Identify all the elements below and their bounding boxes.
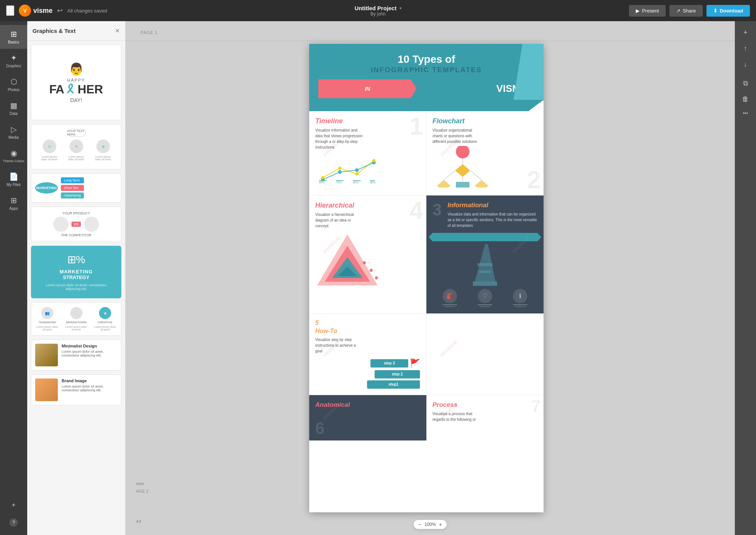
- present-icon: ▶: [636, 8, 640, 14]
- svg-marker-22: [475, 180, 488, 188]
- graphics-icon: ✦: [11, 53, 17, 62]
- photos-label: Photos: [8, 88, 19, 92]
- process-name: Process: [432, 401, 538, 409]
- node-labels-row: Lorem ipsum dolor sit amet Lorem ipsum d…: [36, 155, 116, 161]
- svg-text:80's: 80's: [353, 181, 358, 184]
- svg-text:90's: 90's: [370, 181, 375, 184]
- creative-circle: ★: [99, 307, 111, 319]
- more-options-button[interactable]: •••: [743, 110, 748, 116]
- tie-symbol: 🎗: [65, 82, 77, 96]
- visme-arrow: VISME: [318, 83, 534, 95]
- creative-label: CREATIVE: [98, 321, 112, 324]
- info-icon-1: 🎒: [443, 289, 457, 307]
- menu-button[interactable]: ☰: [6, 5, 14, 16]
- informational-cell: 3 Informational Visualize data and infor…: [426, 195, 544, 313]
- ribbon-left-notch: [429, 233, 432, 241]
- creative-node: ★ CREATIVE Lorem ipsum dolor sit amet: [94, 307, 116, 331]
- svg-rect-26: [456, 182, 469, 188]
- short-term-tag: Short Ten: [61, 185, 84, 191]
- project-dropdown-icon[interactable]: ▾: [400, 6, 401, 10]
- brainstorm-label: BRAINSTORM: [66, 321, 86, 324]
- project-title: Untitled Project: [355, 5, 397, 11]
- topbar-right: ▶ Present ↗ Share ⬇ Download: [502, 5, 750, 17]
- sidebar-item-data[interactable]: ▦ Data: [0, 96, 27, 120]
- svg-rect-39: [479, 271, 491, 273]
- download-icon: ⬇: [713, 8, 717, 14]
- minimalist-design-card[interactable]: Minimalist Design Lorem ipsum dolor sit …: [31, 340, 121, 371]
- topbar-left: ☰ V visme ↩ All changes saved: [6, 5, 254, 17]
- share-button[interactable]: ↗ Share: [669, 5, 703, 17]
- canvas-scroll[interactable]: 10 Types of INFOGRAPHIC TEMPLATES IN VIS…: [125, 21, 735, 535]
- brand-image-card[interactable]: Brand Image Lorem ipsum dolor sit amet, …: [31, 374, 121, 405]
- strategy-title: MARKETING: [39, 269, 114, 274]
- product-circle: [53, 217, 68, 232]
- vs-badge: VS: [71, 222, 81, 227]
- add-element-button[interactable]: +: [738, 25, 753, 40]
- topbar-center: Untitled Project ▾ By john: [254, 5, 502, 17]
- timeline-name: Timeline: [315, 117, 420, 125]
- your-product-label: YOUR PRODUCT: [36, 211, 116, 215]
- brand-text-area: Brand Image Lorem ipsum dolor sit amet, …: [62, 378, 117, 392]
- page-label: PAGE 1: [141, 30, 158, 35]
- info-icon-line-2: [478, 304, 492, 305]
- apps-icon: ⊞: [11, 196, 17, 205]
- anatomical-name: Anatomical: [315, 401, 420, 409]
- add-page-button[interactable]: +: [0, 497, 27, 514]
- marketing-tags: Long Term Short Ten Advertising: [61, 177, 84, 198]
- sidebar-item-my-files[interactable]: 📄 My Files: [0, 167, 27, 191]
- info-icons-row: 🎒 ♡ ℹ: [432, 289, 538, 307]
- sidebar-item-graphics[interactable]: ✦ Graphics: [0, 49, 27, 73]
- undo-button[interactable]: ↩: [57, 6, 63, 15]
- svg-point-6: [355, 168, 359, 172]
- row-4: 6 Anatomical PREMIUM 7 Process Visualize…: [309, 395, 544, 440]
- zoom-out-button[interactable]: −: [418, 521, 421, 527]
- minimalist-text-area: Minimalist Design Lorem ipsum dolor sit …: [62, 344, 117, 357]
- sidebar-item-basics[interactable]: ⊞ Basics: [0, 25, 27, 49]
- howto-cell: 5 How-To Visualize step by step instruct…: [309, 313, 426, 395]
- brand-desc: Lorem ipsum dolor sit amet, consectetur …: [62, 385, 117, 392]
- sidebar-help-button[interactable]: ?: [0, 514, 27, 531]
- sidebar-item-photos[interactable]: ⬡ Photos: [0, 73, 27, 96]
- infographic-header: 10 Types of INFOGRAPHIC TEMPLATES IN VIS…: [309, 44, 544, 101]
- move-down-button[interactable]: ↓: [738, 57, 753, 72]
- info-icon-2: ♡: [478, 289, 492, 307]
- copy-button[interactable]: ⧉: [738, 76, 753, 91]
- panel-close-button[interactable]: ✕: [115, 27, 120, 34]
- strategy-desc: Lorem ipsum dolor sit amet, consectetur …: [39, 283, 114, 291]
- node-icon-2: ✎: [70, 140, 83, 153]
- timeline-nodes-card[interactable]: 👥 TEAMWORK Lorem ipsum dolor sit amet BR…: [31, 302, 121, 336]
- strategy-subtitle: STRATEGY: [39, 274, 114, 280]
- competitor-card[interactable]: YOUR PRODUCT VS THE COMPETITOR: [31, 206, 121, 242]
- sidebar-item-media[interactable]: ▷ Media: [0, 120, 27, 144]
- svg-point-8: [321, 176, 324, 179]
- marketing-tags-card[interactable]: MARKETING Long Term Short Ten Advertisin…: [31, 173, 121, 203]
- eiffel-container: [432, 244, 538, 286]
- sidebar-item-theme-colors[interactable]: ◉ Theme Colors: [0, 144, 27, 167]
- data-icon: ▦: [10, 101, 17, 110]
- node-label-1: Lorem ipsum dolor sit amet: [40, 155, 59, 161]
- share-icon: ↗: [676, 8, 680, 14]
- header-accent-right: [513, 44, 544, 101]
- basics-icon: ⊞: [11, 29, 17, 39]
- download-button[interactable]: ⬇ Download: [706, 5, 750, 17]
- download-label: Download: [720, 8, 743, 14]
- node-top-row: YOUR TEXT HERE: [36, 129, 116, 136]
- timeline-number: 1: [409, 114, 423, 138]
- info-icon-line-3b: [515, 306, 525, 307]
- timeline-chart-svg: 60's 70's 80's 90's: [315, 153, 376, 187]
- delete-button[interactable]: 🗑: [738, 91, 753, 107]
- informational-content: Informational Visualize data and informa…: [448, 202, 538, 228]
- fathers-day-card[interactable]: 👨 HAPPY FA 🎗 HER DAY!: [31, 45, 121, 120]
- hierarchical-cell: Hierarchical Visualize a hierarchical di…: [309, 195, 426, 313]
- zoom-in-button[interactable]: +: [439, 521, 442, 527]
- present-button[interactable]: ▶ Present: [629, 5, 666, 17]
- strategy-icon: ⊞%: [39, 253, 114, 266]
- minimalist-desc: Lorem ipsum dolor sit amet, consectetur …: [62, 350, 117, 357]
- node-diagram-card[interactable]: YOUR TEXT HERE ⊙ ✎ ⊛ Lorem ipsum dolor s…: [31, 124, 121, 169]
- move-up-button[interactable]: ↑: [738, 41, 753, 56]
- svg-text:70's: 70's: [336, 181, 341, 184]
- svg-point-10: [355, 172, 358, 175]
- marketing-strategy-card[interactable]: ⊞% MARKETING STRATEGY Lorem ipsum dolor …: [31, 246, 121, 298]
- sidebar-item-apps[interactable]: ⊞ Apps: [0, 191, 27, 215]
- svg-rect-38: [477, 263, 493, 266]
